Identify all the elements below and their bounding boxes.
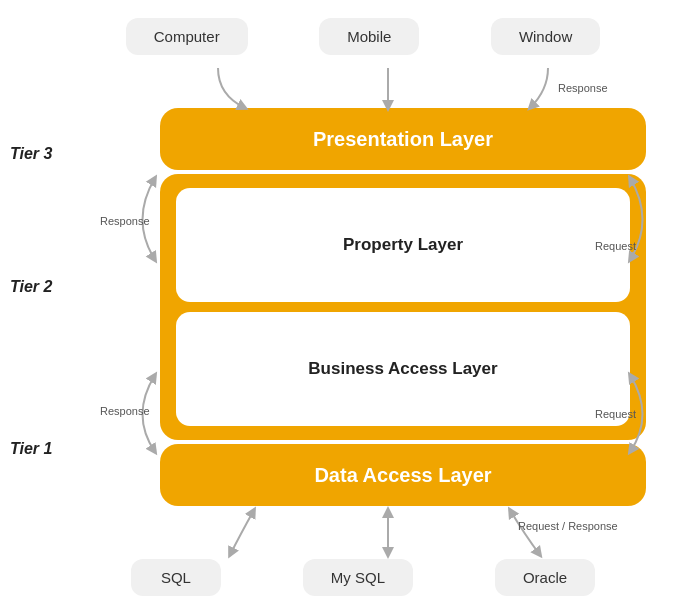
property-layer: Property Layer [176,188,630,302]
business-access-layer: Business Access Layer [176,312,630,426]
oracle-box: Oracle [495,559,595,596]
tier3-label: Tier 3 [10,145,52,163]
tier2-container: Property Layer Business Access Layer [160,174,646,440]
mysql-box: My SQL [303,559,413,596]
sql-box: SQL [131,559,221,596]
layers-container: Presentation Layer Property Layer Busine… [160,108,646,506]
data-boxes: SQL My SQL Oracle [90,559,636,596]
response-tier2-label: Response [100,405,150,417]
mobile-box: Mobile [319,18,419,55]
request-tier3-label: Request [595,240,636,252]
data-access-layer: Data Access Layer [160,444,646,506]
data-access-layer-label: Data Access Layer [314,464,491,487]
presentation-layer: Presentation Layer [160,108,646,170]
business-access-layer-label: Business Access Layer [308,359,497,379]
window-box: Window [491,18,600,55]
property-layer-label: Property Layer [343,235,463,255]
response-top-label: Response [558,82,608,94]
response-tier3-label: Response [100,215,150,227]
architecture-diagram: Tier 3 Tier 2 Tier 1 Computer Mobile Win… [0,0,686,614]
computer-box: Computer [126,18,248,55]
tier2-label: Tier 2 [10,278,52,296]
request-response-label: Request / Response [518,520,618,532]
client-boxes: Computer Mobile Window [90,18,636,55]
tier1-label: Tier 1 [10,440,52,458]
request-tier2-label: Request [595,408,636,420]
presentation-layer-label: Presentation Layer [313,128,493,151]
